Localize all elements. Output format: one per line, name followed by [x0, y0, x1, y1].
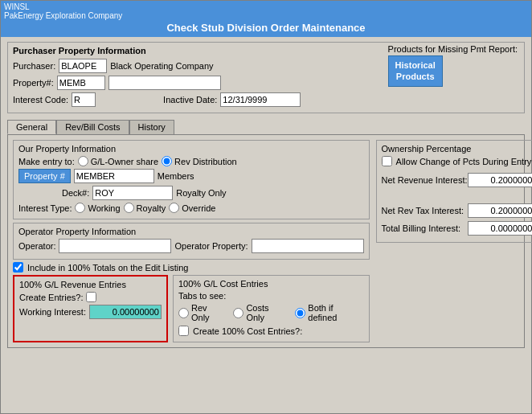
historical-products-button[interactable]: HistoricalProducts — [388, 55, 443, 87]
make-entry-label: Make entry to: — [18, 157, 75, 166]
property-num-row: Property # Members — [18, 169, 364, 183]
net-revenue-row: Net Revenue Interest: — [382, 173, 532, 187]
tab-general[interactable]: General — [7, 120, 56, 134]
create-cost-entries-checkbox[interactable] — [178, 326, 189, 336]
tab-content-general: Our Property Information Make entry to: … — [7, 134, 525, 348]
cost-radio-group: Rev Only Costs Only Both if defined — [178, 303, 364, 322]
tabs-to-see-label: Tabs to see: — [178, 291, 226, 301]
royalty-text: Royalty — [137, 203, 166, 213]
radio-rev-text: Rev Distribution — [174, 157, 237, 166]
company-text: PakEnergy Exploration Company — [4, 11, 122, 20]
property-number-button[interactable]: Property # — [18, 169, 71, 183]
rev-only-label[interactable]: Rev Only — [178, 303, 227, 322]
costs-only-text: Costs Only — [246, 303, 289, 322]
net-rev-tax-input[interactable] — [468, 203, 532, 218]
company-name: Black Operating Company — [110, 61, 213, 71]
create-entries-row: Create Entries?: — [19, 292, 162, 302]
tab-history[interactable]: History — [129, 120, 174, 134]
main-content: Purchaser Property Information Products … — [1, 37, 531, 413]
include-row: Include in 100% Totals on the Edit Listi… — [13, 262, 370, 273]
create-cost-entries-label: Create 100% Cost Entries?: — [193, 326, 302, 336]
operator-property-input[interactable] — [252, 239, 364, 253]
deck-row: Deck#: Royalty Only — [18, 186, 364, 200]
interest-type-row: Interest Type: Working Royalty — [18, 203, 364, 213]
property-input[interactable] — [57, 76, 105, 90]
operator-label: Operator: — [18, 241, 55, 251]
inactive-date-input[interactable] — [220, 92, 301, 107]
override-radio-label[interactable]: Override — [169, 203, 215, 213]
ownership-title: Ownership Percentage — [382, 144, 532, 154]
operator-property-label: Operator Property: — [174, 241, 248, 251]
ownership-box: Ownership Percentage Allow Change of Pct… — [376, 140, 532, 243]
total-billing-input[interactable] — [468, 221, 532, 236]
members-label: Members — [158, 171, 194, 181]
both-if-defined-text: Both if defined — [308, 303, 363, 322]
title-bar: WINSL PakEnergy Exploration Company Chec… — [1, 1, 531, 37]
gl-cost-box: 100% G/L Cost Entries Tabs to see: Rev O… — [173, 275, 370, 342]
app-name-text: WINSL — [4, 2, 30, 11]
working-interest-input[interactable] — [89, 305, 162, 319]
override-text: Override — [182, 203, 215, 213]
app-name: WINSL PakEnergy Exploration Company — [4, 2, 528, 20]
both-if-defined-label[interactable]: Both if defined — [295, 303, 363, 322]
left-column: Our Property Information Make entry to: … — [13, 140, 370, 342]
radio-override[interactable] — [169, 203, 179, 213]
our-property-box: Our Property Information Make entry to: … — [13, 140, 370, 219]
tabs-to-see-row: Tabs to see: — [178, 291, 364, 301]
two-col-layout: Our Property Information Make entry to: … — [13, 140, 519, 342]
radio-rev-only[interactable] — [178, 308, 189, 318]
tab-revbillcosts[interactable]: Rev/Bill Costs — [56, 120, 129, 134]
net-revenue-label: Net Revenue Interest: — [382, 175, 468, 185]
include-checkbox[interactable] — [13, 262, 23, 273]
property-label: Property#: — [13, 78, 54, 88]
radio-gl[interactable] — [78, 156, 88, 166]
operator-input[interactable] — [59, 239, 171, 253]
radio-rev[interactable] — [162, 156, 172, 166]
allow-change-checkbox[interactable] — [382, 156, 392, 166]
working-radio-label[interactable]: Working — [75, 203, 120, 213]
radio-both-if-defined[interactable] — [295, 308, 305, 318]
allow-change-label: Allow Change of Pcts During Entry — [396, 157, 532, 166]
royalty-radio-label[interactable]: Royalty — [124, 203, 166, 213]
radio-gl-label[interactable]: G/L-Owner share — [78, 156, 158, 166]
operator-row: Operator: Operator Property: — [18, 239, 364, 253]
radio-costs-only[interactable] — [233, 308, 243, 318]
gl-revenue-highlighted: 100% G/L Revenue Entries Create Entries?… — [13, 275, 168, 342]
gl-cost-title: 100% G/L Cost Entries — [178, 279, 364, 289]
interest-type-label: Interest Type: — [18, 203, 72, 213]
radio-royalty[interactable] — [124, 203, 134, 213]
allow-change-row: Allow Change of Pcts During Entry — [382, 156, 532, 166]
products-section: Products for Missing Pmt Report: Histori… — [388, 44, 518, 87]
interest-code-label: Interest Code: — [13, 95, 68, 105]
tab-list: General Rev/Bill Costs History — [7, 120, 525, 134]
purchaser-input[interactable] — [59, 59, 107, 73]
main-window: WINSL PakEnergy Exploration Company Chec… — [0, 0, 532, 414]
rev-only-text: Rev Only — [191, 303, 227, 322]
operator-box: Operator Property Information Operator: … — [13, 223, 370, 260]
interest-code-input[interactable] — [72, 92, 96, 107]
radio-rev-label[interactable]: Rev Distribution — [162, 156, 237, 166]
gl-revenue-title: 100% G/L Revenue Entries — [19, 280, 162, 289]
net-rev-tax-label: Net Rev Tax Interest: — [382, 206, 464, 215]
purchaser-info-section: Purchaser Property Information Products … — [7, 42, 525, 113]
property-extra-input[interactable] — [108, 76, 221, 90]
radio-working[interactable] — [75, 203, 85, 213]
deck-label: Deck#: — [62, 188, 89, 198]
inactive-date-label: Inactive Date: — [163, 95, 217, 105]
working-interest-label: Working Interest: — [19, 307, 86, 317]
right-column: Ownership Percentage Allow Change of Pct… — [376, 140, 532, 342]
costs-only-label[interactable]: Costs Only — [233, 303, 289, 322]
radio-gl-text: G/L-Owner share — [91, 157, 158, 166]
create-cost-entries-row: Create 100% Cost Entries?: — [178, 326, 364, 336]
deck-input[interactable] — [92, 186, 173, 200]
net-revenue-input[interactable] — [468, 173, 532, 187]
property-number-input[interactable] — [74, 169, 154, 183]
create-entries-checkbox[interactable] — [86, 292, 96, 302]
total-billing-label: Total Billing Interest: — [382, 223, 460, 233]
include-label: Include in 100% Totals on the Edit Listi… — [27, 263, 188, 273]
purchaser-label: Purchaser: — [13, 61, 55, 71]
working-text: Working — [88, 203, 120, 213]
window-title: Check Stub Division Order Maintenance — [4, 20, 528, 35]
create-entries-label: Create Entries?: — [19, 293, 83, 302]
bottom-section: 100% G/L Revenue Entries Create Entries?… — [13, 275, 370, 342]
